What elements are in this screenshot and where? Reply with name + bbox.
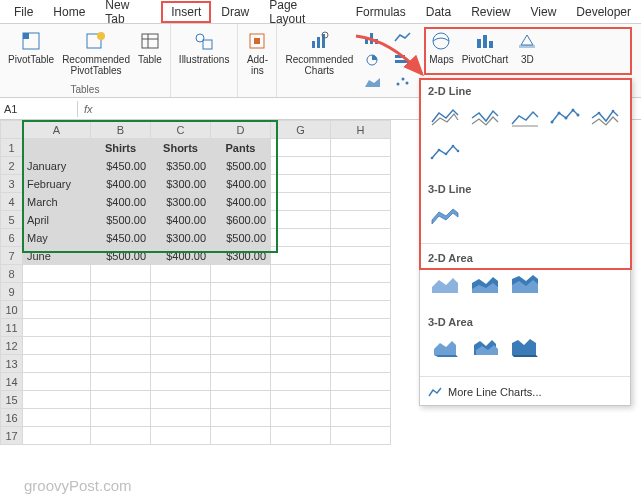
select-all-cell[interactable]: [1, 121, 23, 139]
row-header-11[interactable]: 11: [1, 319, 23, 337]
cell-H13[interactable]: [331, 355, 391, 373]
cell-H4[interactable]: [331, 193, 391, 211]
cell-H3[interactable]: [331, 175, 391, 193]
cell-C12[interactable]: [151, 337, 211, 355]
col-header-A[interactable]: A: [23, 121, 91, 139]
col-header-D[interactable]: D: [211, 121, 271, 139]
insert-scatter-chart-button[interactable]: [389, 72, 417, 92]
insert-bar-chart-button[interactable]: [389, 50, 417, 70]
cell-A5[interactable]: April: [23, 211, 91, 229]
tab-developer[interactable]: Developer: [566, 1, 641, 23]
cell-C1[interactable]: Shorts: [151, 139, 211, 157]
recommended-pivottables-button[interactable]: Recommended PivotTables: [60, 28, 132, 78]
cell-D7[interactable]: $300.00: [211, 247, 271, 265]
cell-A2[interactable]: January: [23, 157, 91, 175]
cell-C15[interactable]: [151, 391, 211, 409]
cell-G10[interactable]: [271, 301, 331, 319]
row-header-10[interactable]: 10: [1, 301, 23, 319]
tab-draw[interactable]: Draw: [211, 1, 259, 23]
cell-A10[interactable]: [23, 301, 91, 319]
col-header-C[interactable]: C: [151, 121, 211, 139]
row-header-17[interactable]: 17: [1, 427, 23, 445]
pivottable-button[interactable]: PivotTable: [6, 28, 56, 67]
cell-B15[interactable]: [91, 391, 151, 409]
cell-G7[interactable]: [271, 247, 331, 265]
cell-D13[interactable]: [211, 355, 271, 373]
cell-G16[interactable]: [271, 409, 331, 427]
tab-formulas[interactable]: Formulas: [346, 1, 416, 23]
row-header-4[interactable]: 4: [1, 193, 23, 211]
chart-2d-line-6[interactable]: [428, 137, 462, 165]
cell-C6[interactable]: $300.00: [151, 229, 211, 247]
tab-data[interactable]: Data: [416, 1, 461, 23]
cell-A8[interactable]: [23, 265, 91, 283]
cell-C14[interactable]: [151, 373, 211, 391]
cell-C3[interactable]: $300.00: [151, 175, 211, 193]
row-header-9[interactable]: 9: [1, 283, 23, 301]
cell-D2[interactable]: $500.00: [211, 157, 271, 175]
cell-B11[interactable]: [91, 319, 151, 337]
cell-G2[interactable]: [271, 157, 331, 175]
cell-B3[interactable]: $400.00: [91, 175, 151, 193]
cell-B5[interactable]: $500.00: [91, 211, 151, 229]
more-line-charts-button[interactable]: More Line Charts...: [420, 379, 630, 405]
cell-D17[interactable]: [211, 427, 271, 445]
row-header-1[interactable]: 1: [1, 139, 23, 157]
cell-G6[interactable]: [271, 229, 331, 247]
cell-G3[interactable]: [271, 175, 331, 193]
cell-B12[interactable]: [91, 337, 151, 355]
cell-D16[interactable]: [211, 409, 271, 427]
tab-review[interactable]: Review: [461, 1, 520, 23]
cell-B4[interactable]: $400.00: [91, 193, 151, 211]
cell-D3[interactable]: $400.00: [211, 175, 271, 193]
row-header-13[interactable]: 13: [1, 355, 23, 373]
cell-H1[interactable]: [331, 139, 391, 157]
cell-C17[interactable]: [151, 427, 211, 445]
row-header-2[interactable]: 2: [1, 157, 23, 175]
cell-H10[interactable]: [331, 301, 391, 319]
col-header-H[interactable]: H: [331, 121, 391, 139]
cell-B2[interactable]: $450.00: [91, 157, 151, 175]
cell-G4[interactable]: [271, 193, 331, 211]
cell-C2[interactable]: $350.00: [151, 157, 211, 175]
cell-G8[interactable]: [271, 265, 331, 283]
tab-view[interactable]: View: [521, 1, 567, 23]
cell-C8[interactable]: [151, 265, 211, 283]
cell-D14[interactable]: [211, 373, 271, 391]
chart-2d-area-3[interactable]: [508, 270, 542, 298]
cell-D4[interactable]: $400.00: [211, 193, 271, 211]
cell-G15[interactable]: [271, 391, 331, 409]
cell-C11[interactable]: [151, 319, 211, 337]
chart-2d-line-1[interactable]: [428, 103, 462, 131]
cell-D6[interactable]: $500.00: [211, 229, 271, 247]
cell-B1[interactable]: Shirts: [91, 139, 151, 157]
cell-B10[interactable]: [91, 301, 151, 319]
3d-map-button[interactable]: 3D: [514, 28, 540, 67]
cell-D15[interactable]: [211, 391, 271, 409]
cell-C10[interactable]: [151, 301, 211, 319]
cell-D10[interactable]: [211, 301, 271, 319]
cell-H6[interactable]: [331, 229, 391, 247]
chart-3d-area-3[interactable]: [508, 334, 542, 362]
cell-H8[interactable]: [331, 265, 391, 283]
cell-H12[interactable]: [331, 337, 391, 355]
cell-C4[interactable]: $300.00: [151, 193, 211, 211]
cell-H16[interactable]: [331, 409, 391, 427]
cell-C16[interactable]: [151, 409, 211, 427]
chart-2d-line-4[interactable]: [548, 103, 582, 131]
cell-G5[interactable]: [271, 211, 331, 229]
insert-pie-chart-button[interactable]: [359, 50, 387, 70]
chart-2d-line-3[interactable]: [508, 103, 542, 131]
cell-A4[interactable]: March: [23, 193, 91, 211]
chart-2d-area-1[interactable]: [428, 270, 462, 298]
cell-C7[interactable]: $400.00: [151, 247, 211, 265]
cell-A15[interactable]: [23, 391, 91, 409]
row-header-5[interactable]: 5: [1, 211, 23, 229]
cell-G11[interactable]: [271, 319, 331, 337]
illustrations-button[interactable]: Illustrations: [177, 28, 232, 67]
chart-2d-area-2[interactable]: [468, 270, 502, 298]
name-box[interactable]: A1: [0, 101, 78, 117]
maps-button[interactable]: Maps: [427, 28, 455, 67]
insert-line-chart-button[interactable]: [389, 28, 417, 48]
row-header-8[interactable]: 8: [1, 265, 23, 283]
